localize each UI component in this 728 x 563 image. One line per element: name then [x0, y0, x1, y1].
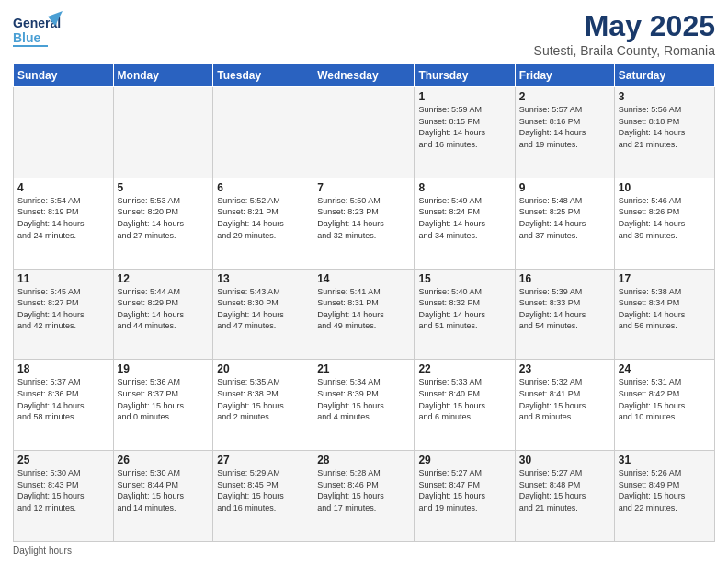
day-info: Sunrise: 5:59 AM Sunset: 8:15 PM Dayligh…	[418, 104, 510, 150]
day-info: Sunrise: 5:48 AM Sunset: 8:25 PM Dayligh…	[519, 195, 610, 241]
calendar-cell: 3Sunrise: 5:56 AM Sunset: 8:18 PM Daylig…	[614, 87, 714, 178]
calendar-cell: 7Sunrise: 5:50 AM Sunset: 8:23 PM Daylig…	[313, 178, 415, 269]
day-number: 15	[418, 272, 510, 285]
day-info: Sunrise: 5:57 AM Sunset: 8:16 PM Dayligh…	[519, 104, 610, 150]
calendar-cell: 8Sunrise: 5:49 AM Sunset: 8:24 PM Daylig…	[415, 178, 515, 269]
calendar-week-1: 1Sunrise: 5:59 AM Sunset: 8:15 PM Daylig…	[14, 87, 715, 178]
weekday-header-monday: Monday	[113, 64, 213, 87]
day-number: 29	[418, 454, 510, 466]
day-number: 16	[519, 272, 610, 285]
calendar-cell: 15Sunrise: 5:40 AM Sunset: 8:32 PM Dayli…	[415, 269, 515, 360]
day-number: 13	[217, 272, 309, 285]
day-number: 6	[217, 181, 309, 194]
day-info: Sunrise: 5:36 AM Sunset: 8:37 PM Dayligh…	[118, 376, 210, 422]
calendar-cell: 24Sunrise: 5:31 AM Sunset: 8:42 PM Dayli…	[614, 360, 714, 451]
calendar-cell: 21Sunrise: 5:34 AM Sunset: 8:39 PM Dayli…	[313, 360, 415, 451]
logo: General Blue	[13, 9, 63, 50]
day-number: 1	[418, 90, 510, 103]
weekday-header-sunday: Sunday	[14, 64, 114, 87]
weekday-header-saturday: Saturday	[614, 64, 714, 87]
day-info: Sunrise: 5:27 AM Sunset: 8:48 PM Dayligh…	[519, 467, 610, 513]
day-number: 17	[619, 272, 711, 285]
weekday-header-tuesday: Tuesday	[213, 64, 313, 87]
calendar-cell: 5Sunrise: 5:53 AM Sunset: 8:20 PM Daylig…	[113, 178, 213, 269]
calendar-cell: 10Sunrise: 5:46 AM Sunset: 8:26 PM Dayli…	[614, 178, 714, 269]
day-info: Sunrise: 5:30 AM Sunset: 8:44 PM Dayligh…	[118, 467, 210, 513]
day-number: 23	[519, 362, 610, 375]
main-title: May 2025	[534, 9, 715, 43]
day-info: Sunrise: 5:44 AM Sunset: 8:29 PM Dayligh…	[118, 286, 210, 332]
day-number: 11	[17, 272, 109, 285]
day-info: Sunrise: 5:45 AM Sunset: 8:27 PM Dayligh…	[17, 286, 109, 332]
day-info: Sunrise: 5:41 AM Sunset: 8:31 PM Dayligh…	[317, 286, 410, 332]
calendar-cell: 14Sunrise: 5:41 AM Sunset: 8:31 PM Dayli…	[313, 269, 415, 360]
subtitle: Sutesti, Braila County, Romania	[534, 43, 715, 58]
weekday-header-row: SundayMondayTuesdayWednesdayThursdayFrid…	[14, 64, 715, 87]
calendar-cell: 9Sunrise: 5:48 AM Sunset: 8:25 PM Daylig…	[515, 178, 614, 269]
logo-svg: General Blue	[13, 9, 63, 50]
day-number: 27	[217, 454, 309, 466]
day-number: 5	[118, 181, 210, 194]
calendar-cell: 4Sunrise: 5:54 AM Sunset: 8:19 PM Daylig…	[14, 178, 114, 269]
calendar-week-4: 18Sunrise: 5:37 AM Sunset: 8:36 PM Dayli…	[14, 360, 715, 451]
calendar-cell: 11Sunrise: 5:45 AM Sunset: 8:27 PM Dayli…	[14, 269, 114, 360]
day-number: 24	[619, 362, 711, 375]
day-number: 10	[619, 181, 711, 194]
day-info: Sunrise: 5:52 AM Sunset: 8:21 PM Dayligh…	[217, 195, 309, 241]
calendar-page: General Blue May 2025 Sutesti, Braila Co…	[0, 0, 728, 563]
calendar-cell: 17Sunrise: 5:38 AM Sunset: 8:34 PM Dayli…	[614, 269, 714, 360]
calendar-cell: 6Sunrise: 5:52 AM Sunset: 8:21 PM Daylig…	[213, 178, 313, 269]
day-info: Sunrise: 5:30 AM Sunset: 8:43 PM Dayligh…	[17, 467, 109, 513]
calendar-cell: 30Sunrise: 5:27 AM Sunset: 8:48 PM Dayli…	[515, 451, 614, 542]
day-info: Sunrise: 5:28 AM Sunset: 8:46 PM Dayligh…	[317, 467, 410, 513]
calendar-cell: 28Sunrise: 5:28 AM Sunset: 8:46 PM Dayli…	[313, 451, 415, 542]
calendar-cell: 29Sunrise: 5:27 AM Sunset: 8:47 PM Dayli…	[415, 451, 515, 542]
day-number: 26	[118, 454, 210, 466]
calendar-week-5: 25Sunrise: 5:30 AM Sunset: 8:43 PM Dayli…	[14, 451, 715, 542]
day-number: 31	[619, 454, 711, 466]
day-number: 20	[217, 362, 309, 375]
day-info: Sunrise: 5:32 AM Sunset: 8:41 PM Dayligh…	[519, 376, 610, 422]
weekday-header-friday: Friday	[515, 64, 614, 87]
day-number: 2	[519, 90, 610, 103]
day-info: Sunrise: 5:34 AM Sunset: 8:39 PM Dayligh…	[317, 376, 410, 422]
weekday-header-wednesday: Wednesday	[313, 64, 415, 87]
svg-text:Blue: Blue	[13, 30, 41, 45]
day-number: 8	[418, 181, 510, 194]
day-info: Sunrise: 5:53 AM Sunset: 8:20 PM Dayligh…	[118, 195, 210, 241]
day-info: Sunrise: 5:29 AM Sunset: 8:45 PM Dayligh…	[217, 467, 309, 513]
day-info: Sunrise: 5:54 AM Sunset: 8:19 PM Dayligh…	[17, 195, 109, 241]
day-info: Sunrise: 5:35 AM Sunset: 8:38 PM Dayligh…	[217, 376, 309, 422]
calendar-cell: 31Sunrise: 5:26 AM Sunset: 8:49 PM Dayli…	[614, 451, 714, 542]
calendar-cell	[213, 87, 313, 178]
day-info: Sunrise: 5:37 AM Sunset: 8:36 PM Dayligh…	[17, 376, 109, 422]
calendar-cell: 13Sunrise: 5:43 AM Sunset: 8:30 PM Dayli…	[213, 269, 313, 360]
header: General Blue May 2025 Sutesti, Braila Co…	[13, 9, 715, 58]
calendar-cell	[14, 87, 114, 178]
day-number: 12	[118, 272, 210, 285]
weekday-header-thursday: Thursday	[415, 64, 515, 87]
day-info: Sunrise: 5:38 AM Sunset: 8:34 PM Dayligh…	[619, 286, 711, 332]
footer-note: Daylight hours	[13, 546, 715, 556]
day-info: Sunrise: 5:26 AM Sunset: 8:49 PM Dayligh…	[619, 467, 711, 513]
day-info: Sunrise: 5:46 AM Sunset: 8:26 PM Dayligh…	[619, 195, 711, 241]
day-number: 19	[118, 362, 210, 375]
calendar-week-2: 4Sunrise: 5:54 AM Sunset: 8:19 PM Daylig…	[14, 178, 715, 269]
day-number: 3	[619, 90, 711, 103]
day-info: Sunrise: 5:31 AM Sunset: 8:42 PM Dayligh…	[619, 376, 711, 422]
day-number: 25	[17, 454, 109, 466]
day-info: Sunrise: 5:40 AM Sunset: 8:32 PM Dayligh…	[418, 286, 510, 332]
calendar-cell: 2Sunrise: 5:57 AM Sunset: 8:16 PM Daylig…	[515, 87, 614, 178]
calendar-cell: 18Sunrise: 5:37 AM Sunset: 8:36 PM Dayli…	[14, 360, 114, 451]
day-number: 4	[17, 181, 109, 194]
day-number: 22	[418, 362, 510, 375]
calendar-cell: 12Sunrise: 5:44 AM Sunset: 8:29 PM Dayli…	[113, 269, 213, 360]
day-number: 9	[519, 181, 610, 194]
day-info: Sunrise: 5:39 AM Sunset: 8:33 PM Dayligh…	[519, 286, 610, 332]
calendar-cell: 19Sunrise: 5:36 AM Sunset: 8:37 PM Dayli…	[113, 360, 213, 451]
calendar-cell	[113, 87, 213, 178]
day-info: Sunrise: 5:56 AM Sunset: 8:18 PM Dayligh…	[619, 104, 711, 150]
calendar-cell	[313, 87, 415, 178]
calendar-cell: 27Sunrise: 5:29 AM Sunset: 8:45 PM Dayli…	[213, 451, 313, 542]
calendar-body: 1Sunrise: 5:59 AM Sunset: 8:15 PM Daylig…	[14, 87, 715, 542]
